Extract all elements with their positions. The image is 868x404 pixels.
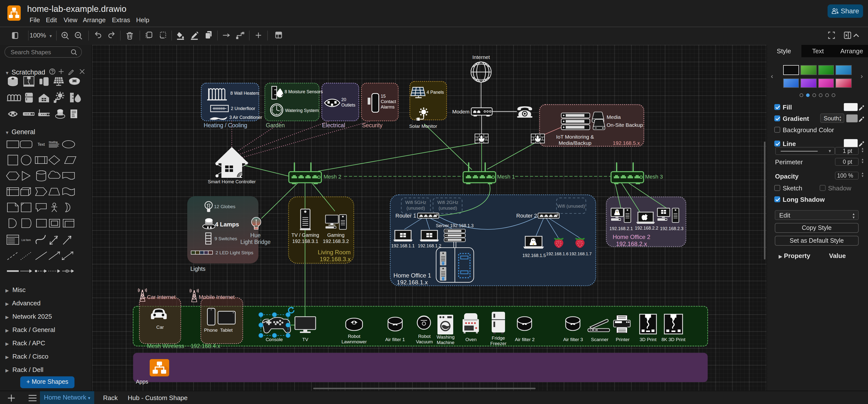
svg-text:192.168.1.1: 192.168.1.1 <box>391 243 414 248</box>
svg-text:Fridge: Fridge <box>492 335 505 340</box>
svg-text:3D Print: 3D Print <box>640 337 657 342</box>
svg-text:Washing: Washing <box>436 334 455 339</box>
svg-text:Robot: Robot <box>418 334 431 339</box>
svg-text:192.168.1.6: 192.168.1.6 <box>546 251 569 256</box>
svg-text:12 Globes: 12 Globes <box>214 204 236 209</box>
svg-text:Tablet: Tablet <box>220 327 233 333</box>
svg-text:192.168.3.1: 192.168.3.1 <box>292 238 318 244</box>
svg-text:Mesh Wireless: Mesh Wireless <box>147 343 184 349</box>
svg-text:192.168.3.2: 192.168.3.2 <box>323 238 349 244</box>
svg-text:Car Internet: Car Internet <box>147 294 176 300</box>
svg-text:Alarms: Alarms <box>381 104 395 109</box>
svg-text:Printer: Printer <box>616 337 630 342</box>
svg-text:192.168.2.2: 192.168.2.2 <box>635 225 658 230</box>
svg-text:Media/Backup: Media/Backup <box>559 140 591 146</box>
svg-text:Freezer: Freezer <box>490 341 506 346</box>
svg-text:Router 2: Router 2 <box>516 212 537 219</box>
svg-text:20: 20 <box>341 97 346 102</box>
svg-text:192.168.1.x: 192.168.1.x <box>397 279 428 285</box>
svg-text:Server 192.168.1.3: Server 192.168.1.3 <box>436 223 473 228</box>
svg-text:9 Switches: 9 Switches <box>215 236 237 241</box>
svg-text:Heating / Cooling: Heating / Cooling <box>204 122 247 128</box>
svg-text:Air filter 3: Air filter 3 <box>563 337 583 342</box>
svg-text:(unused): (unused) <box>407 205 425 210</box>
svg-text:Outlets: Outlets <box>341 102 355 107</box>
svg-text:192.168.2.3: 192.168.2.3 <box>660 226 683 231</box>
svg-text:Mobile Internet: Mobile Internet <box>199 294 235 300</box>
svg-text:Scanner: Scanner <box>591 337 609 342</box>
svg-text:192.168.4.x: 192.168.4.x <box>191 343 220 349</box>
svg-text:Heading: Heading <box>49 141 58 143</box>
svg-text:Lawnmower: Lawnmower <box>342 339 367 344</box>
svg-text:15: 15 <box>381 93 386 98</box>
svg-text:Car: Car <box>156 324 164 330</box>
svg-text:TV: TV <box>302 337 309 342</box>
svg-text:Air filter 1: Air filter 1 <box>385 337 405 342</box>
svg-text:Contact: Contact <box>381 99 396 104</box>
svg-text:192.168.1.7: 192.168.1.7 <box>569 251 592 256</box>
svg-text:192.168.3.x: 192.168.3.x <box>320 255 351 262</box>
svg-text:Internet: Internet <box>472 54 490 60</box>
svg-text:Security: Security <box>362 122 383 128</box>
svg-text:4 Lamps: 4 Lamps <box>215 221 239 227</box>
svg-text:192.168.1.5: 192.168.1.5 <box>522 253 546 258</box>
svg-text:3 Air Conditioner: 3 Air Conditioner <box>229 115 262 120</box>
svg-text:Vacuum: Vacuum <box>416 339 433 344</box>
svg-text:Console: Console <box>266 337 283 342</box>
svg-text:Home Office 1: Home Office 1 <box>394 272 431 278</box>
svg-text:Light Bridge: Light Bridge <box>241 239 271 245</box>
svg-text:Home Office 2: Home Office 2 <box>613 233 651 240</box>
svg-text:Text: Text <box>37 142 45 146</box>
svg-text:2 Underfloor: 2 Underfloor <box>231 106 255 111</box>
svg-text:Air filter 2: Air filter 2 <box>515 337 535 342</box>
svg-text:(unused): (unused) <box>439 205 457 210</box>
svg-text:2 LED Light Strips: 2 LED Light Strips <box>216 250 253 255</box>
svg-text:192.168.2.x: 192.168.2.x <box>616 240 647 247</box>
svg-text:Wifi (unused): Wifi (unused) <box>557 203 585 209</box>
svg-text:Robot: Robot <box>348 334 361 339</box>
svg-text:192.168.5.x: 192.168.5.x <box>613 140 640 146</box>
svg-text:Router 1: Router 1 <box>396 212 416 219</box>
svg-text:4 Panels: 4 Panels <box>427 90 444 94</box>
svg-text:Media: Media <box>607 114 621 120</box>
svg-text:Gaming: Gaming <box>327 232 344 238</box>
svg-text:Oven: Oven <box>465 337 476 342</box>
svg-text:Hue: Hue <box>250 232 261 238</box>
svg-text:Mesh 2: Mesh 2 <box>323 174 341 180</box>
svg-text:8K 3D Print: 8K 3D Print <box>661 337 685 342</box>
svg-text:Machine: Machine <box>437 340 455 345</box>
svg-text:8 Wall Heaters: 8 Wall Heaters <box>230 91 259 95</box>
svg-text:Wifi 2GHz: Wifi 2GHz <box>437 199 458 205</box>
svg-text:Modem: Modem <box>452 108 469 114</box>
svg-text:Living Room: Living Room <box>318 249 351 255</box>
svg-text:Wifi 5GHz: Wifi 5GHz <box>405 199 426 205</box>
svg-text:Smart Home Controller: Smart Home Controller <box>208 179 256 184</box>
svg-text:Mesh 1: Mesh 1 <box>497 174 515 180</box>
svg-text:Apps: Apps <box>136 378 148 384</box>
svg-text:On-Site Backup: On-Site Backup <box>607 122 643 127</box>
svg-text:IoT Monitoring &: IoT Monitoring & <box>556 134 594 139</box>
svg-text:Garden: Garden <box>266 122 285 128</box>
svg-text:Mesh 3: Mesh 3 <box>645 174 663 180</box>
svg-text:192.168.2.1: 192.168.2.1 <box>609 226 633 231</box>
svg-text:List Item: List Item <box>22 239 31 241</box>
svg-text:Phone: Phone <box>204 327 218 333</box>
svg-text:Electrical: Electrical <box>322 122 345 128</box>
svg-text:TV / Gaming: TV / Gaming <box>291 232 319 238</box>
svg-text:Watering System: Watering System <box>285 108 319 113</box>
svg-text:192.168.1.2: 192.168.1.2 <box>418 243 441 248</box>
svg-text:Solar Monitor: Solar Monitor <box>409 123 437 128</box>
svg-text:Lights: Lights <box>190 266 206 272</box>
svg-text:8 Moisture Sensors: 8 Moisture Sensors <box>285 89 323 94</box>
